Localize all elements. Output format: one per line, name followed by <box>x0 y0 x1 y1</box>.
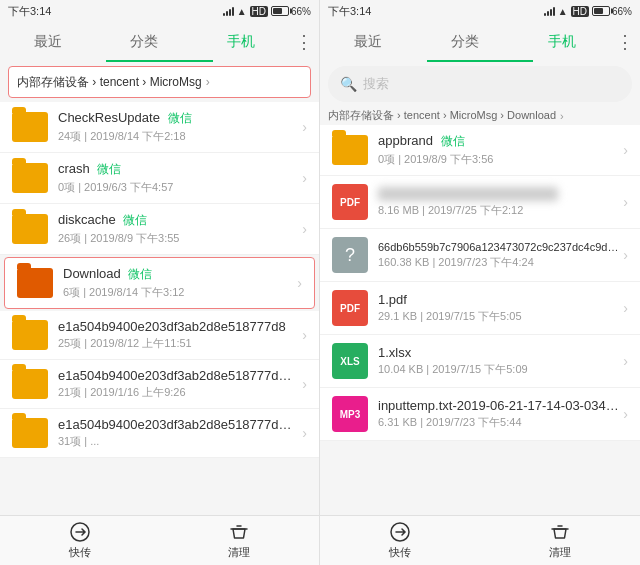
right-search-bar[interactable]: 🔍 搜索 <box>328 66 632 102</box>
left-more-icon[interactable]: ⋮ <box>289 31 319 53</box>
right-file-item-mp3[interactable]: MP3 inputtemp.txt-2019-06-21-17-14-03-03… <box>320 388 640 441</box>
hd-badge: HD <box>571 6 589 17</box>
file-meta: 26项 | 2019/8/9 下午3:55 <box>58 231 298 246</box>
left-file-item-hash1[interactable]: e1a504b9400e203df3ab2d8e518777d8 25项 | 2… <box>0 311 319 360</box>
folder-icon-highlighted <box>17 268 53 298</box>
quick-transfer-label: 快传 <box>69 545 91 560</box>
file-info: inputtemp.txt-2019-06-21-17-14-03-034.mp… <box>378 398 619 430</box>
right-tab-recent[interactable]: 最近 <box>320 25 417 59</box>
signal-icon <box>223 6 234 16</box>
file-meta: 10.04 KB | 2019/7/15 下午5:09 <box>378 362 619 377</box>
file-meta: 6.31 KB | 2019/7/23 下午5:44 <box>378 415 619 430</box>
right-tab-category[interactable]: 分类 <box>417 25 514 59</box>
file-meta: 160.38 KB | 2019/7/23 下午4:24 <box>378 255 619 270</box>
wifi-icon: ▲ <box>237 6 247 17</box>
hd-badge: HD <box>250 6 268 17</box>
right-file-item-1pdf[interactable]: PDF 1.pdf 29.1 KB | 2019/7/15 下午5:05 › <box>320 282 640 335</box>
chevron-right-icon: › <box>302 327 307 343</box>
file-info: crash 微信 0项 | 2019/6/3 下午4:57 <box>58 161 298 195</box>
right-quick-transfer-btn[interactable]: 快传 <box>389 521 411 560</box>
chevron-right-icon: › <box>623 300 628 316</box>
chevron-right-icon: › <box>302 170 307 186</box>
file-name: 1.xlsx <box>378 345 619 360</box>
left-breadcrumb-text: 内部存储设备 › tencent › MicroMsg <box>17 74 202 91</box>
file-info: 66db6b559b7c7906a123473072c9c237dc4c9d68… <box>378 241 619 270</box>
quick-transfer-label: 快传 <box>389 545 411 560</box>
file-name: diskcache 微信 <box>58 212 298 229</box>
clean-icon <box>549 521 571 543</box>
right-breadcrumb: 内部存储设备 › tencent › MicroMsg › Download › <box>320 106 640 125</box>
file-name: 66db6b559b7c7906a123473072c9c237dc4c9d68… <box>378 241 619 253</box>
left-file-item-hash3[interactable]: e1a504b9400e203df3ab2d8e518777d8temp1551… <box>0 409 319 458</box>
chevron-right-icon: › <box>623 194 628 210</box>
left-status-icons: ▲ HD 66% <box>223 6 311 17</box>
right-tab-phone[interactable]: 手机 <box>513 25 610 59</box>
file-name: e1a504b9400e203df3ab2d8e518777d8temp1547… <box>58 368 298 383</box>
right-status-icons: ▲ HD 66% <box>544 6 632 17</box>
file-info: appbrand 微信 0项 | 2019/8/9 下午3:56 <box>378 133 619 167</box>
file-name: e1a504b9400e203df3ab2d8e518777d8 <box>58 319 298 334</box>
pdf-icon: PDF <box>332 290 368 326</box>
file-meta: 6项 | 2019/8/14 下午3:12 <box>63 285 293 300</box>
left-breadcrumb[interactable]: 内部存储设备 › tencent › MicroMsg › <box>8 66 311 98</box>
left-file-item-hash2[interactable]: e1a504b9400e203df3ab2d8e518777d8temp1547… <box>0 360 319 409</box>
clean-label: 清理 <box>549 545 571 560</box>
right-more-icon[interactable]: ⋮ <box>610 31 640 53</box>
file-info: 1.xlsx 10.04 KB | 2019/7/15 下午5:09 <box>378 345 619 377</box>
search-placeholder: 搜索 <box>363 75 389 93</box>
chevron-right-icon: › <box>302 376 307 392</box>
file-meta: 31项 | ... <box>58 434 298 449</box>
battery-indicator: 66% <box>271 6 311 17</box>
chevron-right-icon: › <box>623 247 628 263</box>
right-time: 下午3:14 <box>328 4 371 19</box>
pdf-icon: PDF <box>332 184 368 220</box>
file-name <box>378 187 558 201</box>
left-file-list: CheckResUpdate 微信 24项 | 2019/8/14 下午2:18… <box>0 102 319 515</box>
right-clean-btn[interactable]: 清理 <box>549 521 571 560</box>
right-file-item-blurred-pdf[interactable]: PDF 8.16 MB | 2019/7/25 下午2:12 › <box>320 176 640 229</box>
file-meta: 29.1 KB | 2019/7/15 下午5:05 <box>378 309 619 324</box>
left-file-item-diskcache[interactable]: diskcache 微信 26项 | 2019/8/9 下午3:55 › <box>0 204 319 255</box>
left-file-item-download[interactable]: Download 微信 6项 | 2019/8/14 下午3:12 › <box>4 257 315 309</box>
quick-transfer-icon <box>389 521 411 543</box>
file-info: e1a504b9400e203df3ab2d8e518777d8temp1547… <box>58 368 298 400</box>
right-breadcrumb-arrow: › <box>560 110 564 122</box>
file-name: CheckResUpdate 微信 <box>58 110 298 127</box>
chevron-right-icon: › <box>302 119 307 135</box>
chevron-right-icon: › <box>302 425 307 441</box>
battery-icon <box>592 6 610 16</box>
left-panel: 下午3:14 ▲ HD 66% 最近 分类 手机 ⋮ 内部存储设备 › t <box>0 0 320 565</box>
unknown-file-icon: ? <box>332 237 368 273</box>
left-file-item-crash[interactable]: crash 微信 0项 | 2019/6/3 下午4:57 › <box>0 153 319 204</box>
file-name: e1a504b9400e203df3ab2d8e518777d8temp1551… <box>58 417 298 432</box>
clean-label: 清理 <box>228 545 250 560</box>
chevron-right-icon: › <box>623 353 628 369</box>
left-tab-category[interactable]: 分类 <box>96 25 192 59</box>
chevron-right-icon: › <box>623 142 628 158</box>
file-info: e1a504b9400e203df3ab2d8e518777d8 25项 | 2… <box>58 319 298 351</box>
file-meta: 25项 | 2019/8/12 上午11:51 <box>58 336 298 351</box>
left-status-bar: 下午3:14 ▲ HD 66% <box>0 0 319 22</box>
file-name: Download 微信 <box>63 266 293 283</box>
wifi-icon: ▲ <box>558 6 568 17</box>
right-file-item-appbrand[interactable]: appbrand 微信 0项 | 2019/8/9 下午3:56 › <box>320 125 640 176</box>
signal-icon <box>544 6 555 16</box>
right-bottom-bar: 快传 清理 <box>320 515 640 565</box>
left-quick-transfer-btn[interactable]: 快传 <box>69 521 91 560</box>
mp3-icon: MP3 <box>332 396 368 432</box>
right-file-item-unknown[interactable]: ? 66db6b559b7c7906a123473072c9c237dc4c9d… <box>320 229 640 282</box>
left-clean-btn[interactable]: 清理 <box>228 521 250 560</box>
file-info: CheckResUpdate 微信 24项 | 2019/8/14 下午2:18 <box>58 110 298 144</box>
left-file-item-checkresupdate[interactable]: CheckResUpdate 微信 24项 | 2019/8/14 下午2:18… <box>0 102 319 153</box>
left-tab-recent[interactable]: 最近 <box>0 25 96 59</box>
file-info: e1a504b9400e203df3ab2d8e518777d8temp1551… <box>58 417 298 449</box>
search-icon: 🔍 <box>340 76 357 92</box>
folder-icon <box>12 320 48 350</box>
file-name: 1.pdf <box>378 292 619 307</box>
folder-icon <box>12 112 48 142</box>
file-info: 8.16 MB | 2019/7/25 下午2:12 <box>378 187 619 218</box>
right-file-item-1xlsx[interactable]: XLS 1.xlsx 10.04 KB | 2019/7/15 下午5:09 › <box>320 335 640 388</box>
file-info: 1.pdf 29.1 KB | 2019/7/15 下午5:05 <box>378 292 619 324</box>
left-tab-phone[interactable]: 手机 <box>193 25 289 59</box>
right-breadcrumb-text: 内部存储设备 › tencent › MicroMsg › Download <box>328 108 556 123</box>
